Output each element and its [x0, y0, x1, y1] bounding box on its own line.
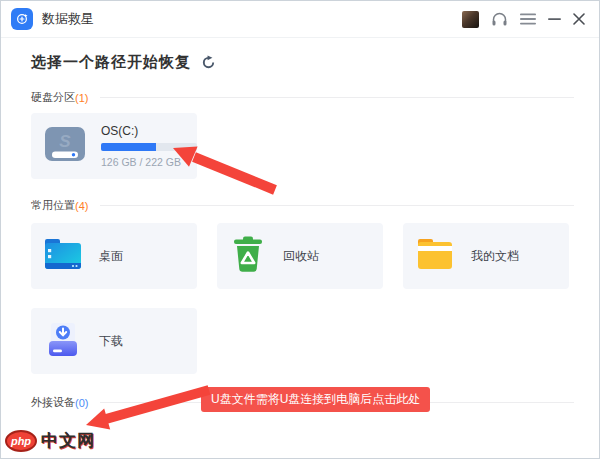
section-common-label: 常用位置	[31, 198, 75, 213]
php-logo-text: 中文网	[41, 429, 95, 452]
usb-hint-tooltip: U盘文件需将U盘连接到电脑后点击此处	[201, 387, 430, 412]
disk-info: OS(C:) 126 GB / 222 GB	[101, 124, 197, 168]
desktop-folder-icon	[43, 236, 83, 276]
location-card-downloads[interactable]: 下载	[31, 308, 197, 374]
section-hard-disk-count: (1)	[75, 92, 88, 104]
recycle-bin-icon	[229, 234, 267, 278]
section-common-locations: 常用位置(4)	[31, 198, 574, 213]
location-card-recycle-bin[interactable]: 回收站	[217, 223, 383, 289]
disk-usage-text: 126 GB / 222 GB	[101, 156, 197, 168]
section-common-count: (4)	[75, 200, 88, 212]
location-card-desktop[interactable]: 桌面	[31, 223, 197, 289]
app-logo-icon	[11, 8, 33, 30]
titlebar: 数据救星	[1, 1, 599, 38]
section-external-count: (0)	[75, 397, 88, 409]
section-divider	[100, 97, 574, 98]
section-external-label: 外接设备	[31, 395, 75, 410]
hard-drive-icon: S	[43, 124, 87, 168]
disk-usage-bar	[101, 143, 197, 151]
app-title: 数据救星	[42, 10, 94, 28]
location-label: 回收站	[283, 248, 319, 265]
user-avatar[interactable]	[462, 11, 479, 28]
headset-icon[interactable]	[491, 12, 508, 27]
downloads-icon	[43, 320, 83, 362]
app-window: 数据救星	[0, 0, 600, 459]
menu-icon[interactable]	[520, 13, 536, 25]
php-logo-icon: php	[5, 430, 37, 452]
page-title: 选择一个路径开始恢复	[31, 53, 191, 72]
section-hard-disk-label: 硬盘分区	[31, 90, 75, 105]
section-divider	[100, 205, 574, 206]
disk-name: OS(C:)	[101, 124, 197, 138]
php-cn-watermark: php 中文网	[5, 429, 95, 452]
location-card-my-documents[interactable]: 我的文档	[403, 223, 569, 289]
location-label: 桌面	[99, 248, 123, 265]
page-header: 选择一个路径开始恢复	[31, 53, 216, 72]
minimize-icon[interactable]	[548, 13, 561, 25]
close-icon[interactable]	[573, 13, 585, 25]
svg-text:S: S	[59, 132, 71, 151]
section-hard-disk: 硬盘分区(1)	[31, 90, 574, 105]
drive-card-os-c[interactable]: S OS(C:) 126 GB / 222 GB	[31, 113, 197, 179]
disk-usage-bar-fill	[101, 143, 156, 151]
location-label: 下载	[99, 333, 123, 350]
location-label: 我的文档	[471, 248, 519, 265]
documents-folder-icon	[415, 237, 455, 275]
refresh-icon[interactable]	[201, 55, 216, 70]
